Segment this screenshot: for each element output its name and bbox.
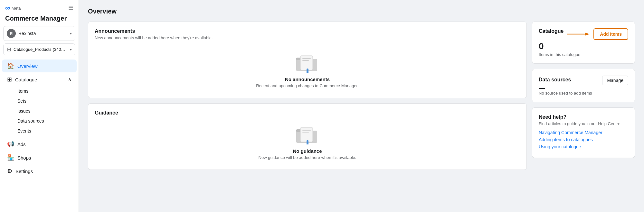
sidebar-item-ads-label: Ads <box>17 142 26 147</box>
catalogue-section: ⊞ Catalogue ∧ Items Sets Issues Data sou… <box>0 73 79 136</box>
data-sources-desc: No source used to add items <box>539 91 628 96</box>
sidebar-item-events[interactable]: Events <box>14 126 77 136</box>
account-selector[interactable]: R Rexinsta ▾ <box>3 26 75 41</box>
left-column: Announcements New announcements will be … <box>88 22 527 170</box>
help-card: Need help? Find articles to guide you in… <box>532 107 635 158</box>
svg-rect-8 <box>300 127 313 142</box>
sidebar-item-overview-label: Overview <box>17 63 38 69</box>
guidance-card: Guidance No guidance New guidance will b… <box>88 103 527 170</box>
help-link-3[interactable]: Using your catalogue <box>539 144 628 149</box>
announcements-empty-state: No announcements Recent and upcoming cha… <box>95 45 520 91</box>
svg-rect-9 <box>302 130 311 131</box>
main-content: Overview Announcements New announcements… <box>79 0 644 212</box>
commerce-manager-title: Commerce Manager <box>0 15 79 26</box>
catalogue-widget-title: Catalogue <box>539 28 564 34</box>
catalogue-selector[interactable]: ⊞ Catalogue_Products (34078... ▾ <box>3 43 75 55</box>
avatar: R <box>7 29 16 38</box>
svg-rect-5 <box>307 69 308 73</box>
catalogue-count: 0 <box>539 41 628 51</box>
catalogue-widget: Catalogue Add Items 0 Items in this cata… <box>532 22 635 64</box>
announcements-title: Announcements <box>95 28 520 34</box>
add-items-button[interactable]: Add Items <box>593 28 628 40</box>
sidebar-item-catalogue-label: Catalogue <box>15 77 37 82</box>
catalogue-header-left: ⊞ Catalogue <box>7 76 37 83</box>
svg-rect-2 <box>300 56 313 70</box>
sidebar-item-sets[interactable]: Sets <box>14 96 77 106</box>
svg-rect-10 <box>302 132 309 133</box>
help-link-2[interactable]: Adding items to catalogues <box>539 137 628 142</box>
guidance-empty-title: No guidance <box>293 148 322 154</box>
catalogue-icon: ⊞ <box>7 76 12 83</box>
help-title: Need help? <box>539 114 628 120</box>
sidebar-item-catalogue[interactable]: ⊞ Catalogue ∧ <box>2 73 77 86</box>
manage-button[interactable]: Manage <box>602 76 628 85</box>
catalogue-widget-header: Catalogue Add Items <box>539 28 628 40</box>
grid-icon: ⊞ <box>7 46 11 52</box>
sidebar-item-issues[interactable]: Issues <box>14 106 77 116</box>
guidance-empty-state: No guidance New guidance will be added h… <box>95 117 520 163</box>
meta-logo-symbol: ∞ <box>5 4 10 12</box>
sidebar-item-settings[interactable]: ⚙ Settings <box>2 165 77 178</box>
catalogue-count-label: Items in this catalogue <box>539 52 628 57</box>
meta-logo-text: Meta <box>12 6 21 11</box>
help-link-1[interactable]: Navigating Commerce Manager <box>539 130 628 135</box>
announcements-card: Announcements New announcements will be … <box>88 22 527 98</box>
svg-marker-13 <box>585 32 590 36</box>
sidebar-item-shops-label: Shops <box>17 155 31 161</box>
settings-icon: ⚙ <box>7 168 12 175</box>
page-title: Overview <box>88 8 635 15</box>
catalogue-chevron-icon: ▾ <box>70 47 72 52</box>
sidebar-header: ∞ Meta ☰ <box>0 0 79 15</box>
svg-rect-4 <box>302 60 309 61</box>
data-sources-card: Data sources Manage No source used to ad… <box>532 69 635 102</box>
help-desc: Find articles to guide you in our Help C… <box>539 121 628 126</box>
announcements-illustration <box>295 52 320 73</box>
sidebar: ∞ Meta ☰ Commerce Manager R Rexinsta ▾ ⊞… <box>0 0 79 212</box>
content-grid: Announcements New announcements will be … <box>88 22 635 170</box>
sidebar-item-settings-label: Settings <box>15 169 33 174</box>
sidebar-item-overview[interactable]: 🏠 Overview <box>2 60 77 72</box>
arrow-annotation <box>567 31 590 37</box>
announcements-empty-title: No announcements <box>285 77 330 82</box>
svg-rect-3 <box>302 58 311 59</box>
announcements-subtitle: New announcements will be added here whe… <box>95 35 520 40</box>
add-items-area: Add Items <box>567 28 628 40</box>
data-sources-title: Data sources <box>539 77 571 83</box>
catalogue-name: Catalogue_Products (34078... <box>14 47 67 52</box>
shops-icon: 🏪 <box>7 154 14 161</box>
sidebar-item-items[interactable]: Items <box>14 86 77 96</box>
data-dash <box>539 88 545 89</box>
catalogue-expand-icon: ∧ <box>68 77 71 82</box>
data-sources-header: Data sources Manage <box>539 76 628 85</box>
sidebar-item-data-sources[interactable]: Data sources <box>14 116 77 126</box>
account-name: Rexinsta <box>18 31 67 36</box>
hamburger-icon[interactable]: ☰ <box>68 5 73 12</box>
sidebar-item-ads[interactable]: 📢 Ads <box>2 138 77 151</box>
catalogue-sub-items: Items Sets Issues Data sources Events <box>0 86 79 136</box>
meta-logo: ∞ Meta <box>5 4 21 12</box>
guidance-empty-desc: New guidance will be added here when it'… <box>259 155 356 160</box>
sidebar-item-shops[interactable]: 🏪 Shops <box>2 151 77 164</box>
guidance-illustration <box>295 124 320 144</box>
announcements-empty-desc: Recent and upcoming changes to Commerce … <box>256 83 359 88</box>
account-chevron-icon: ▾ <box>70 31 72 36</box>
ads-icon: 📢 <box>7 141 14 148</box>
home-icon: 🏠 <box>7 62 14 69</box>
guidance-title: Guidance <box>95 110 520 116</box>
svg-rect-11 <box>307 140 308 144</box>
right-column: Catalogue Add Items 0 Items in this cata… <box>532 22 635 170</box>
